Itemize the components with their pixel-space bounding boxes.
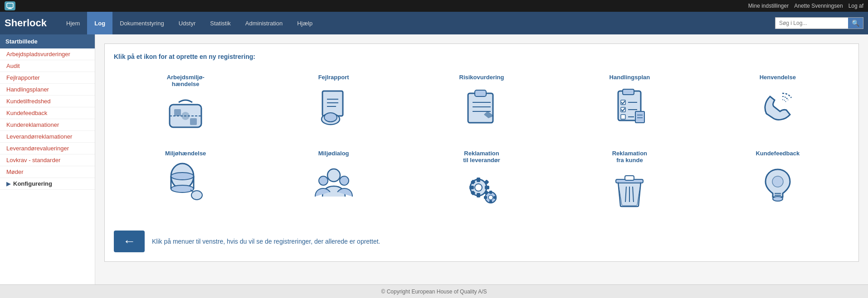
svg-rect-20 <box>623 89 634 95</box>
svg-rect-44 <box>469 186 474 189</box>
sidebar-item-label: Konfigurering <box>13 180 52 187</box>
svg-point-51 <box>488 195 493 200</box>
icon-box-kundefeedback2 <box>755 160 800 206</box>
sidebar-item-konfigurering[interactable]: ▶Konfigurering <box>0 178 95 190</box>
settings-link[interactable]: Mine indstillinger <box>748 3 789 9</box>
icon-box-miljoehaendelse <box>163 160 208 206</box>
icon-box-reklamation-leverandoer <box>459 167 504 212</box>
svg-rect-43 <box>477 193 480 197</box>
logout-link[interactable]: Log af <box>848 3 863 9</box>
main-layout: Startbillede ArbejdspladsvurderingerAudi… <box>0 34 868 284</box>
icon-box-risikovurdering <box>459 84 504 130</box>
icon-label-miljoehaendelse: Miljøhændelse <box>165 150 206 157</box>
search-button[interactable]: 🔍 <box>848 18 863 29</box>
sidebar-item-kundereklamationer[interactable]: Kundereklamationer <box>0 119 95 131</box>
svg-point-39 <box>340 176 349 185</box>
icon-box-henvendelse <box>755 84 800 130</box>
icon-label-handlingsplan: Handlingsplan <box>610 74 650 81</box>
top-bar-actions: Mine indstillinger Anette Svenningsen Lo… <box>748 3 863 9</box>
app-icon <box>5 1 15 10</box>
icon-box-reklamation-kunde <box>607 167 652 212</box>
svg-rect-52 <box>489 191 492 194</box>
nav-item-hjem[interactable]: Hjem <box>59 12 87 34</box>
icon-item-reklamation-kunde[interactable]: Reklamationfra kunde <box>558 145 701 217</box>
icon-label-risikovurdering: Risikovurdering <box>459 74 504 81</box>
sidebar-item-kundefeedback[interactable]: Kundefeedback <box>0 107 95 119</box>
search-input[interactable] <box>775 18 848 28</box>
svg-point-13 <box>324 113 337 122</box>
svg-point-37 <box>327 169 340 182</box>
svg-rect-15 <box>475 90 486 96</box>
icon-label-reklamation-kunde: Reklamationfra kunde <box>612 150 647 163</box>
svg-rect-27 <box>635 111 644 123</box>
svg-point-64 <box>772 176 783 187</box>
svg-rect-42 <box>477 178 480 182</box>
icon-box-arbejdsmiljoe <box>163 91 208 136</box>
svg-rect-57 <box>625 176 634 180</box>
arrow-button[interactable]: ← <box>114 231 145 252</box>
footer-text: © Copyright European House of Quality A/… <box>381 288 487 295</box>
header: Sherlock HjemLogDokumentstyringUdstyrSta… <box>0 12 868 34</box>
icon-label-kundefeedback2: Kundefeedback <box>756 150 800 157</box>
icon-item-risikovurdering[interactable]: Risikovurdering <box>410 69 553 141</box>
icon-box-handlingsplan <box>607 84 652 130</box>
icon-item-handlingsplan[interactable]: Handlingsplan <box>558 69 701 141</box>
sidebar-item-moeder[interactable]: Møder <box>0 166 95 178</box>
sidebar-item-kundetilfredshed[interactable]: Kundetilfredshed <box>0 96 95 107</box>
svg-point-38 <box>319 176 328 185</box>
svg-point-5 <box>182 112 189 120</box>
svg-point-41 <box>475 184 482 191</box>
arrow-section: ← Klik på menuer til venstre, hvis du vi… <box>114 231 849 252</box>
icon-item-kundefeedback2[interactable]: Kundefeedback <box>706 145 849 217</box>
top-bar: Mine indstillinger Anette Svenningsen Lo… <box>0 0 868 12</box>
user-name[interactable]: Anette Svenningsen <box>794 3 843 9</box>
sidebar-item-handlingsplaner[interactable]: Handlingsplaner <box>0 84 95 96</box>
search-container: 🔍 <box>775 17 863 29</box>
sidebar-item-leverandoerevalueringer[interactable]: Leverandørevalueringer <box>0 143 95 154</box>
icon-item-henvendelse[interactable]: Henvendelse <box>706 69 849 141</box>
svg-rect-6 <box>174 109 181 116</box>
svg-rect-54 <box>484 196 487 199</box>
icon-label-henvendelse: Henvendelse <box>760 74 796 81</box>
icon-item-miljodialog[interactable]: Miljødialog <box>262 145 405 217</box>
icon-label-fejlrapport: Fejlrapport <box>318 74 349 81</box>
instruction-text: Klik på et ikon for at oprette en ny reg… <box>114 53 849 60</box>
app-icon-area <box>5 1 15 10</box>
icon-item-reklamation-leverandoer[interactable]: Reklamationtil leverandør <box>410 145 553 217</box>
nav-item-log[interactable]: Log <box>87 12 112 34</box>
svg-point-31 <box>171 173 194 180</box>
svg-rect-0 <box>7 3 13 8</box>
svg-rect-14 <box>468 93 493 123</box>
icon-item-arbejdsmiljoe[interactable]: Arbejdsmiljø-hændelse <box>114 69 257 141</box>
sidebar-item-fejlrapporter[interactable]: Fejlrapporter <box>0 72 95 84</box>
nav-item-administration[interactable]: Administration <box>238 12 290 34</box>
icon-label-arbejdsmiljoe: Arbejdsmiljø-hændelse <box>167 74 205 87</box>
icon-box-miljodialog <box>311 160 356 206</box>
icon-label-reklamation-leverandoer: Reklamationtil leverandør <box>463 150 500 163</box>
chevron-right-icon: ▶ <box>6 181 10 187</box>
nav-item-hjaelp[interactable]: Hjælp <box>290 12 320 34</box>
svg-point-61 <box>773 197 783 201</box>
svg-rect-25 <box>621 115 625 119</box>
nav-item-udstyr[interactable]: Udstyr <box>171 12 203 34</box>
svg-rect-8 <box>322 91 343 116</box>
icon-item-miljoehaendelse[interactable]: Miljøhændelse <box>114 145 257 217</box>
nav-item-statistik[interactable]: Statistik <box>203 12 238 34</box>
content-area: Klik på et ikon for at oprette en ny reg… <box>95 34 868 284</box>
arrow-text: Klik på menuer til venstre, hvis du vil … <box>152 238 380 245</box>
main-nav: HjemLogDokumentstyringUdstyrStatistikAdm… <box>59 12 775 34</box>
sidebar: Startbillede ArbejdspladsvurderingerAudi… <box>0 34 95 284</box>
svg-rect-7 <box>190 118 197 125</box>
sidebar-item-audit[interactable]: Audit <box>0 60 95 72</box>
sidebar-item-lovkrav[interactable]: Lovkrav - standarder <box>0 154 95 166</box>
nav-item-dokumentstyring[interactable]: Dokumentstyring <box>112 12 171 34</box>
svg-rect-55 <box>493 196 497 199</box>
sidebar-item-leverandoerreklamationer[interactable]: Leverandørreklamationer <box>0 131 95 143</box>
sidebar-item-arbejdspladsvurderinger[interactable]: Arbejdspladsvurderinger <box>0 48 95 60</box>
content-box: Klik på et ikon for at oprette en ny reg… <box>104 43 859 262</box>
icon-item-fejlrapport[interactable]: Fejlrapport <box>262 69 405 141</box>
svg-rect-53 <box>489 200 492 203</box>
svg-rect-45 <box>485 186 489 189</box>
sidebar-title: Startbillede <box>0 34 95 48</box>
icon-label-miljodialog: Miljødialog <box>318 150 349 157</box>
